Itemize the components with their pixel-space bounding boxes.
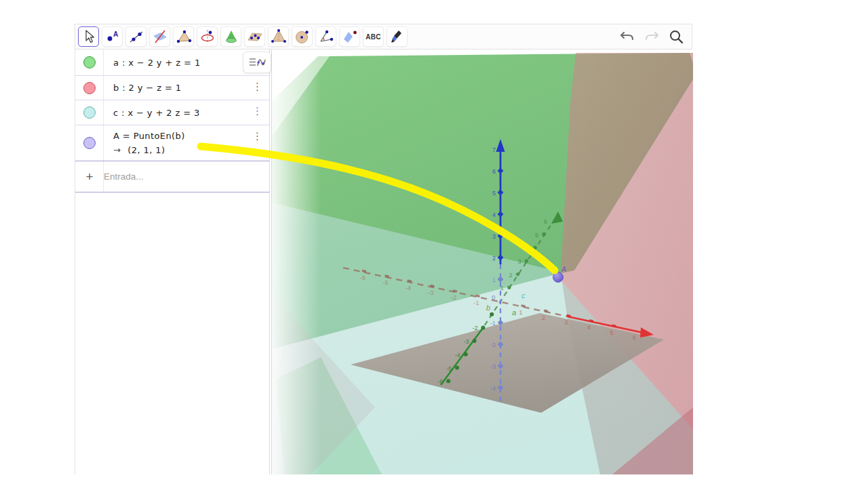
circle-axis-tool-button[interactable]	[197, 26, 218, 47]
visibility-toggle-c[interactable]	[83, 106, 96, 119]
visibility-toggle-A[interactable]	[83, 137, 96, 149]
y-axis-tick-label: -2	[472, 325, 477, 331]
y-axis-tick	[455, 366, 459, 370]
graphics-3d-view[interactable]: -6-5-4-3-2-1123456123456-2-3-4-5-6123456…	[272, 49, 693, 474]
x-axis-tick-label: 4	[587, 324, 591, 331]
y-axis-tick-label: -3	[464, 338, 469, 345]
algebra-row-A[interactable]: A = PuntoEn(b) → (2, 1, 1) ⋮	[75, 125, 269, 161]
page: A	[0, 0, 868, 488]
x-axis-tick-label: 2	[542, 314, 545, 321]
point-A[interactable]	[553, 272, 564, 283]
plane-tool-button[interactable]	[244, 26, 265, 47]
z-axis-tick-label: 3	[492, 233, 496, 240]
plane-points-icon	[247, 29, 263, 44]
y-axis-tick	[464, 352, 468, 357]
expression-a: a : x − 2 y + z = 1	[113, 58, 201, 68]
plane-line-intersect-icon	[152, 29, 168, 44]
row-menu-b[interactable]: ⋮	[250, 80, 265, 93]
line-tool-button[interactable]	[125, 26, 146, 47]
y-axis-tick-label: 1	[500, 285, 504, 291]
y-axis-tick-label: 5	[535, 232, 538, 239]
redo-button[interactable]	[643, 28, 660, 45]
z-axis-tick-label: -3	[490, 363, 496, 370]
algebra-style-button[interactable]	[243, 52, 271, 73]
y-axis-tick-label: 2	[509, 272, 513, 279]
cursor-arrow-icon	[81, 29, 96, 44]
polygon-tool-button[interactable]	[173, 26, 194, 47]
pyramid-icon	[271, 29, 287, 44]
algebra-input-row[interactable]: +	[75, 161, 269, 192]
algebra-input[interactable]	[104, 171, 239, 182]
intersect-tool-button[interactable]	[149, 26, 170, 47]
circle-axis-icon	[199, 29, 216, 44]
algebra-row-a[interactable]: a : x − 2 y + z = 1	[75, 49, 269, 76]
algebra-row-b[interactable]: b : 2 y − z = 1 ⋮	[75, 76, 269, 100]
algebra-panel: a : x − 2 y + z = 1 b : 2 y − z = 1 ⋮	[75, 49, 269, 474]
graphics-3d-canvas: -6-5-4-3-2-1123456123456-2-3-4-5-6123456…	[272, 49, 693, 474]
point-tool-button[interactable]: A	[102, 26, 123, 47]
search-button[interactable]	[667, 28, 685, 45]
expression-b: b : 2 y − z = 1	[113, 83, 181, 93]
y-axis-tick	[525, 259, 528, 262]
x-axis-tick-label: -1	[474, 300, 479, 306]
y-axis-tick	[534, 246, 537, 249]
output-arrow: →	[113, 145, 121, 155]
search-icon	[668, 28, 684, 45]
y-axis-tick-label: -5	[446, 365, 452, 372]
point-icon: A	[104, 29, 121, 44]
angle-tool-button[interactable]	[315, 26, 336, 47]
text-tool-label: ABC	[366, 33, 381, 41]
z-axis-tick-label: 5	[492, 190, 496, 197]
expression-A: A = PuntoEn(b)	[113, 131, 185, 141]
row-menu-A[interactable]: ⋮	[250, 129, 265, 142]
z-axis-tick-label: 1	[492, 277, 496, 283]
algebra-row-c[interactable]: c : x − y + 2 z = 3 ⋮	[75, 100, 269, 125]
z-axis-tick-label: -2	[490, 342, 496, 348]
row-menu-c[interactable]: ⋮	[250, 104, 265, 117]
y-axis-tick	[446, 379, 450, 383]
x-axis-tick-label: 3	[565, 319, 568, 326]
style-brush-tool-button[interactable]	[387, 26, 408, 47]
y-axis-tick-label: 4	[526, 245, 530, 251]
undo-icon	[619, 30, 635, 43]
point-A-label: A	[561, 265, 566, 273]
x-axis-tick-label: -4	[406, 285, 411, 291]
x-axis-tick-label: -6	[360, 274, 366, 281]
plane-label-a: a	[512, 308, 516, 317]
y-axis-tick	[516, 272, 519, 276]
toolbar-right-group	[618, 28, 685, 45]
plane-label-c: c	[521, 291, 526, 300]
y-axis-tick-label: -4	[455, 352, 460, 359]
reflect-plane-icon	[342, 29, 358, 44]
y-axis-tick	[507, 286, 511, 289]
z-axis-tick-label: 2	[492, 255, 496, 262]
undo-button[interactable]	[618, 28, 636, 45]
plane-label-b: b	[486, 304, 490, 312]
pyramid-tool-button[interactable]	[268, 26, 289, 47]
cone-tool-button[interactable]	[220, 26, 241, 47]
svg-text:A: A	[113, 30, 118, 38]
y-axis-tick	[490, 312, 494, 317]
add-expression-icon: +	[75, 169, 104, 184]
z-axis-tick-label: 6	[492, 168, 496, 175]
visibility-toggle-a[interactable]	[83, 56, 96, 68]
y-axis-tick-label: -6	[437, 378, 443, 385]
origin-label: 0	[492, 293, 495, 301]
x-axis-tick-label: -5	[383, 279, 389, 286]
text-tool-button[interactable]: ABC	[363, 26, 384, 47]
z-axis-tick-label: 4	[492, 211, 496, 218]
toolbar: A	[75, 24, 692, 49]
visibility-toggle-b[interactable]	[83, 82, 96, 94]
x-axis-tick-label: 1	[519, 309, 523, 316]
x-axis-tick-label: 6	[633, 334, 636, 341]
move-tool-button[interactable]	[78, 26, 99, 47]
y-axis-tick-label: 3	[517, 258, 521, 265]
cone-icon	[223, 29, 239, 44]
z-axis-tick-label: 7	[492, 146, 496, 153]
y-axis-tick	[481, 325, 485, 329]
sphere-tool-button[interactable]	[292, 26, 313, 47]
line-icon	[128, 29, 144, 44]
reflect-tool-button[interactable]	[339, 26, 360, 47]
point-value: (2, 1, 1)	[127, 145, 165, 155]
x-axis-tick-label: -2	[451, 294, 456, 301]
